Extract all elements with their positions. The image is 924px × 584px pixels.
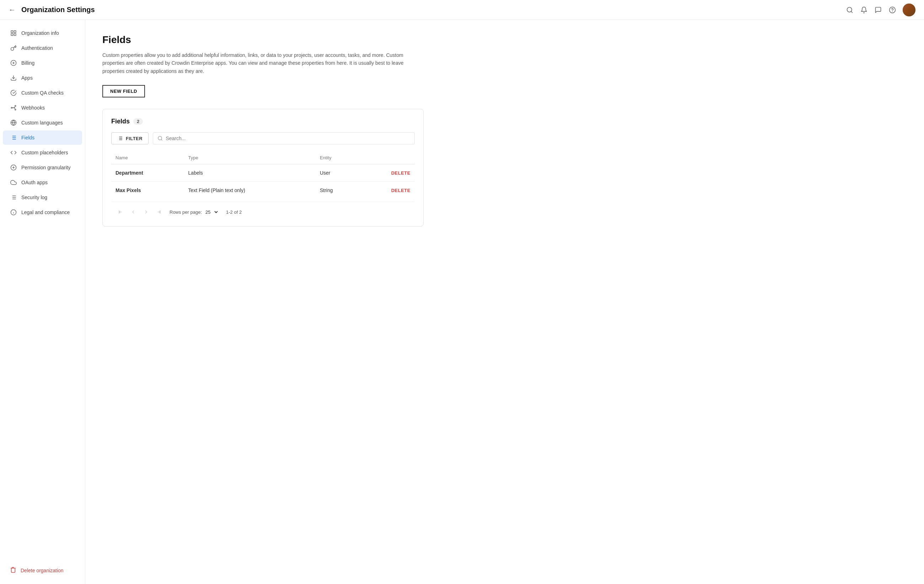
prev-page-icon <box>130 209 136 215</box>
billing-icon <box>10 60 17 66</box>
check-circle-icon <box>10 89 17 96</box>
sidebar-label-fields: Fields <box>21 135 35 141</box>
first-page-icon <box>118 209 123 215</box>
download-icon <box>10 74 17 81</box>
rows-per-page: Rows per page: 25 50 100 <box>170 209 219 215</box>
rows-per-page-select[interactable]: 25 50 100 <box>204 209 219 215</box>
search-icon <box>157 136 163 141</box>
delete-max-pixels-button[interactable]: DELETE <box>391 188 411 193</box>
sidebar-item-custom-languages[interactable]: Custom languages <box>3 116 82 130</box>
fields-icon <box>10 134 17 141</box>
next-page-icon <box>143 209 149 215</box>
sidebar-label-custom-languages: Custom languages <box>21 120 63 126</box>
sidebar-label-org-info: Organization info <box>21 30 59 36</box>
svg-point-14 <box>15 109 16 110</box>
info-icon <box>10 209 17 216</box>
delete-organization-button[interactable]: Delete organization <box>3 563 82 578</box>
sidebar-label-apps: Apps <box>21 75 33 81</box>
page-header: ← Organization Settings <box>0 0 924 20</box>
search-box <box>153 132 415 144</box>
fields-panel-title: Fields <box>111 118 130 125</box>
sidebar-item-authentication[interactable]: Authentication <box>3 41 82 55</box>
field-entity-department: User <box>315 164 359 182</box>
sidebar-item-oauth-apps[interactable]: OAuth apps <box>3 175 82 190</box>
back-icon: ← <box>8 6 16 14</box>
fields-panel: Fields 2 FILTER Name Type <box>102 109 424 227</box>
fields-page-title: Fields <box>102 34 424 46</box>
col-header-entity: Entity <box>315 152 359 164</box>
field-name-max-pixels: Max Pixels <box>111 182 184 199</box>
fields-panel-header: Fields 2 <box>111 118 415 125</box>
cloud-icon <box>10 179 17 186</box>
app-layout: Organization info Authentication Billing… <box>0 20 924 584</box>
globe-icon <box>10 119 17 126</box>
svg-rect-4 <box>11 31 13 32</box>
sidebar-item-security-log[interactable]: Security log <box>3 190 82 205</box>
grid-icon <box>10 30 17 36</box>
sidebar-item-org-info[interactable]: Organization info <box>3 26 82 40</box>
avatar-image <box>903 3 916 17</box>
field-entity-max-pixels: String <box>315 182 359 199</box>
svg-rect-5 <box>14 31 16 32</box>
delete-department-button[interactable]: DELETE <box>391 170 411 176</box>
header-right <box>846 3 916 17</box>
filter-button[interactable]: FILTER <box>111 132 148 144</box>
sidebar-label-security-log: Security log <box>21 195 47 200</box>
sidebar-item-apps[interactable]: Apps <box>3 71 82 85</box>
search-input[interactable] <box>166 136 410 141</box>
code-icon <box>10 149 17 156</box>
col-header-type: Type <box>184 152 315 164</box>
sidebar-item-legal-compliance[interactable]: Legal and compliance <box>3 205 82 220</box>
filter-search-row: FILTER <box>111 132 415 144</box>
trash-icon <box>10 567 16 574</box>
sidebar-label-custom-placeholders: Custom placeholders <box>21 150 68 156</box>
list-icon <box>10 194 17 201</box>
table-row: Max Pixels Text Field (Plain text only) … <box>111 182 415 199</box>
field-type-max-pixels: Text Field (Plain text only) <box>184 182 315 199</box>
sidebar-label-legal-compliance: Legal and compliance <box>21 210 70 215</box>
sidebar: Organization info Authentication Billing… <box>0 20 85 584</box>
sidebar-label-permission-granularity: Permission granularity <box>21 165 71 170</box>
next-page-button[interactable] <box>141 208 151 216</box>
sidebar-item-fields[interactable]: Fields <box>3 131 82 145</box>
messages-icon[interactable] <box>874 6 882 14</box>
sidebar-label-oauth-apps: OAuth apps <box>21 180 48 185</box>
svg-point-13 <box>15 105 16 106</box>
svg-point-41 <box>158 136 162 140</box>
field-type-department: Labels <box>184 164 315 182</box>
key-icon <box>10 45 17 51</box>
sidebar-item-webhooks[interactable]: Webhooks <box>3 101 82 115</box>
field-name-department: Department <box>111 164 184 182</box>
new-field-button[interactable]: NEW FIELD <box>102 85 145 98</box>
last-page-button[interactable] <box>154 208 164 216</box>
back-button[interactable]: ← <box>8 6 16 14</box>
sidebar-item-custom-placeholders[interactable]: Custom placeholders <box>3 146 82 160</box>
filter-icon <box>117 136 123 141</box>
sidebar-label-authentication: Authentication <box>21 45 53 51</box>
fields-table: Name Type Entity Department Labels User … <box>111 152 415 199</box>
webhook-icon <box>10 104 17 111</box>
page-title: Organization Settings <box>21 6 95 14</box>
user-avatar[interactable] <box>903 3 916 17</box>
plus-circle-icon <box>10 164 17 171</box>
svg-line-42 <box>161 139 162 141</box>
svg-line-1 <box>851 11 853 12</box>
search-icon[interactable] <box>846 6 854 14</box>
help-icon[interactable] <box>888 6 896 14</box>
notifications-icon[interactable] <box>860 6 868 14</box>
sidebar-item-permission-granularity[interactable]: Permission granularity <box>3 160 82 175</box>
svg-rect-7 <box>14 34 16 36</box>
delete-org-label: Delete organization <box>21 567 64 573</box>
last-page-icon <box>156 209 162 215</box>
prev-page-button[interactable] <box>128 208 138 216</box>
svg-rect-6 <box>11 34 13 36</box>
rows-per-page-label: Rows per page: <box>170 210 202 215</box>
col-header-action <box>359 152 415 164</box>
sidebar-item-billing[interactable]: Billing <box>3 56 82 70</box>
svg-point-12 <box>11 108 12 109</box>
fields-page-description: Custom properties allow you to add addit… <box>102 51 404 75</box>
first-page-button[interactable] <box>116 208 125 216</box>
filter-btn-label: FILTER <box>126 136 142 141</box>
sidebar-item-custom-qa[interactable]: Custom QA checks <box>3 86 82 100</box>
sidebar-label-billing: Billing <box>21 60 35 66</box>
